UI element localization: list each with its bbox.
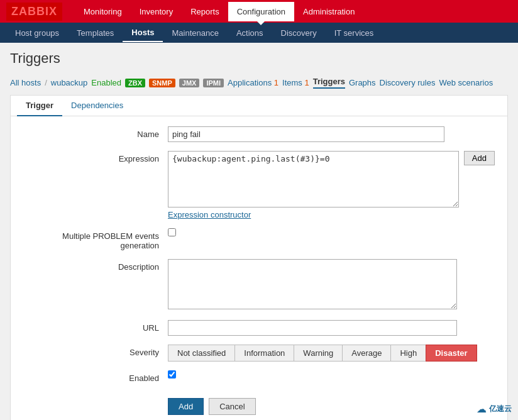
tag-jmx[interactable]: JMX bbox=[179, 79, 200, 87]
trigger-form: Name Expression Add Expression construct… bbox=[11, 116, 507, 420]
sub-navigation: Host groups Templates Hosts Maintenance … bbox=[0, 23, 518, 43]
url-control bbox=[168, 320, 495, 336]
description-control bbox=[168, 259, 495, 311]
nav-graphs[interactable]: Graphs bbox=[349, 78, 376, 87]
watermark-text: 亿速云 bbox=[489, 404, 512, 414]
nav-applications[interactable]: Applications 1 bbox=[228, 78, 278, 87]
breadcrumb-separator: / bbox=[45, 78, 47, 87]
expression-constructor-link[interactable]: Expression constructor bbox=[168, 210, 251, 219]
enabled-form-label: Enabled bbox=[23, 370, 168, 383]
enabled-checkbox[interactable] bbox=[168, 370, 176, 379]
nav-triggers[interactable]: Triggers bbox=[313, 77, 345, 89]
url-row: URL bbox=[23, 320, 495, 336]
form-actions: Add Cancel bbox=[23, 392, 495, 420]
tag-ipmi[interactable]: IPMI bbox=[203, 79, 224, 87]
url-label: URL bbox=[23, 320, 168, 333]
severity-not-classified[interactable]: Not classified bbox=[168, 345, 235, 362]
url-input[interactable] bbox=[168, 320, 457, 336]
breadcrumb-bar: All hosts / wubackup Enabled ZBX SNMP JM… bbox=[10, 73, 508, 92]
severity-label: Severity bbox=[23, 345, 168, 357]
tab-dependencies[interactable]: Dependencies bbox=[62, 96, 132, 116]
multiple-problem-checkbox[interactable] bbox=[168, 228, 176, 236]
nav-discovery-rules[interactable]: Discovery rules bbox=[380, 78, 436, 87]
severity-high[interactable]: High bbox=[390, 345, 426, 362]
top-navigation: ZABBIX Monitoring Inventory Reports Conf… bbox=[0, 0, 518, 23]
description-textarea[interactable] bbox=[168, 259, 457, 309]
nav-items[interactable]: Items 1 bbox=[282, 78, 309, 87]
tag-snmp[interactable]: SNMP bbox=[149, 79, 175, 87]
severity-warning[interactable]: Warning bbox=[294, 345, 343, 362]
watermark: ☁ 亿速云 bbox=[477, 403, 512, 415]
severity-average[interactable]: Average bbox=[342, 345, 391, 362]
nav-inventory[interactable]: Inventory bbox=[131, 2, 182, 21]
expression-add-button[interactable]: Add bbox=[464, 151, 495, 165]
expression-label: Expression bbox=[23, 151, 168, 163]
breadcrumb-host-name[interactable]: wubackup bbox=[51, 78, 88, 87]
tag-zbx[interactable]: ZBX bbox=[125, 79, 145, 87]
enabled-control bbox=[168, 370, 495, 379]
description-label: Description bbox=[23, 259, 168, 272]
description-row: Description bbox=[23, 259, 495, 311]
name-control bbox=[168, 126, 495, 142]
severity-row: Severity Not classified Information Warn… bbox=[23, 345, 495, 362]
app-logo: ZABBIX bbox=[6, 3, 62, 21]
nav-web-scenarios[interactable]: Web scenarios bbox=[439, 78, 493, 87]
expression-row: Expression Add Expression constructor bbox=[23, 151, 495, 219]
subnav-hosts[interactable]: Hosts bbox=[123, 24, 163, 42]
enabled-row: Enabled bbox=[23, 370, 495, 383]
name-label: Name bbox=[23, 126, 168, 139]
subnav-templates[interactable]: Templates bbox=[68, 25, 123, 41]
subnav-maintenance[interactable]: Maintenance bbox=[163, 25, 227, 41]
severity-buttons: Not classified Information Warning Avera… bbox=[168, 345, 495, 362]
subnav-discovery[interactable]: Discovery bbox=[272, 25, 326, 41]
nav-configuration[interactable]: Configuration bbox=[228, 2, 294, 21]
multiple-problem-row: Multiple PROBLEM events generation bbox=[23, 228, 495, 250]
nav-administration[interactable]: Administration bbox=[294, 2, 363, 21]
nav-reports[interactable]: Reports bbox=[182, 2, 228, 21]
tab-trigger[interactable]: Trigger bbox=[17, 96, 62, 116]
name-input[interactable] bbox=[168, 126, 444, 142]
subnav-actions[interactable]: Actions bbox=[228, 25, 272, 41]
multiple-problem-label: Multiple PROBLEM events generation bbox=[23, 228, 168, 250]
top-nav-items: Monitoring Inventory Reports Configurati… bbox=[75, 2, 363, 21]
submit-button[interactable]: Add bbox=[168, 398, 204, 415]
expression-textarea[interactable] bbox=[168, 151, 459, 207]
subnav-it-services[interactable]: IT services bbox=[326, 25, 383, 41]
cancel-button[interactable]: Cancel bbox=[209, 398, 255, 415]
page-content: Triggers All hosts / wubackup Enabled ZB… bbox=[0, 43, 518, 420]
severity-control: Not classified Information Warning Avera… bbox=[168, 345, 495, 362]
multiple-problem-control bbox=[168, 228, 495, 236]
name-row: Name bbox=[23, 126, 495, 142]
nav-monitoring[interactable]: Monitoring bbox=[75, 2, 131, 21]
main-card: Trigger Dependencies Name Expression Add bbox=[10, 95, 508, 420]
subnav-host-groups[interactable]: Host groups bbox=[6, 25, 68, 41]
page-title: Triggers bbox=[10, 50, 508, 67]
card-tabs: Trigger Dependencies bbox=[11, 96, 507, 116]
breadcrumb-all-hosts[interactable]: All hosts bbox=[10, 78, 41, 87]
expression-control: Add Expression constructor bbox=[168, 151, 495, 219]
severity-disaster[interactable]: Disaster bbox=[426, 345, 477, 362]
severity-information[interactable]: Information bbox=[234, 345, 294, 362]
enabled-label: Enabled bbox=[91, 78, 121, 87]
watermark-icon: ☁ bbox=[477, 403, 487, 415]
